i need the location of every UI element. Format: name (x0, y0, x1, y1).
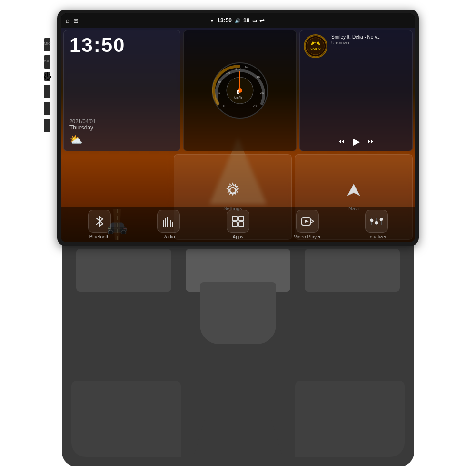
clock-hours: 13 (69, 34, 94, 56)
battery-icon: ▭ (252, 18, 257, 23)
device-wrapper: MIC RST ⏻ ⌂ ⊞ ▼ 13:50 🔊 18 ▭ ↩ (52, 10, 424, 466)
side-buttons: MIC RST ⏻ (44, 38, 50, 132)
screen: ⌂ ⊞ ▼ 13:50 🔊 18 ▭ ↩ (61, 13, 415, 242)
clock-weather: ⛅ (69, 134, 174, 146)
top-row: 13:50 2021/04/01 Thursday ⛅ (62, 29, 414, 153)
power-button[interactable]: ⏻ (44, 72, 50, 81)
clock-minutes: 50 (101, 34, 126, 56)
back-button[interactable] (44, 85, 50, 98)
apps-icon-box (227, 210, 249, 233)
screen-bezel: ⌂ ⊞ ▼ 13:50 🔊 18 ▭ ↩ (57, 10, 419, 246)
weather-icon: ⛅ (69, 134, 82, 146)
svg-text:220: 220 (260, 91, 265, 94)
svg-text:180: 180 (257, 75, 261, 78)
bluetooth-label: Bluetooth (89, 234, 109, 239)
speedometer-container: 0 140 280 km/h 0 60 100 (209, 60, 271, 121)
menu-icon[interactable]: ⊞ (73, 17, 79, 24)
svg-text:100: 100 (226, 71, 230, 74)
mount-bottom-center (190, 419, 286, 466)
svg-text:0: 0 (237, 89, 240, 96)
mount-center-piece (200, 282, 276, 344)
music-artist: Unknown (331, 40, 408, 45)
svg-point-16 (307, 38, 324, 55)
mount-bottom-right (295, 381, 405, 457)
mount-bottom-left (71, 381, 181, 457)
vol-up-button[interactable] (44, 119, 50, 132)
svg-rect-33 (167, 217, 168, 227)
video-label: Video Player (294, 234, 321, 239)
status-left: ⌂ ⊞ (66, 17, 79, 24)
svg-point-47 (375, 221, 378, 224)
radio-label: Radio (162, 234, 175, 239)
clock-date: 2021/04/01 (69, 119, 174, 124)
speedometer-widget: 0 140 280 km/h 0 60 100 (183, 30, 297, 151)
svg-marker-42 (310, 219, 314, 223)
svg-text:280: 280 (253, 104, 258, 108)
apps-label: Apps (233, 234, 244, 239)
volume-icon: 🔊 (235, 18, 240, 23)
status-bar: ⌂ ⊞ ▼ 13:50 🔊 18 ▭ ↩ (61, 13, 415, 28)
clock-widget[interactable]: 13:50 2021/04/01 Thursday ⛅ (63, 30, 180, 151)
svg-rect-32 (165, 218, 166, 227)
music-title: Smiley ft. Delia - Ne v... (331, 34, 408, 40)
next-button[interactable]: ⏭ (367, 137, 375, 146)
video-button[interactable]: Video Player (291, 210, 324, 239)
status-time: 13:50 (217, 17, 232, 24)
status-center: ▼ 13:50 🔊 18 ▭ ↩ (209, 17, 265, 24)
svg-text:CARFU: CARFU (311, 47, 321, 50)
radio-button[interactable]: Radio (152, 210, 185, 239)
bluetooth-icon-box (88, 210, 111, 233)
svg-text:0: 0 (223, 104, 225, 108)
bluetooth-button[interactable]: Bluetooth (83, 210, 116, 239)
radio-icon-box (157, 210, 180, 233)
prev-button[interactable]: ⏮ (337, 137, 345, 146)
bottom-app-bar: Bluetooth (61, 207, 415, 242)
music-widget[interactable]: CARFU Smiley ft. Delia - Ne v... Unknown… (299, 30, 413, 151)
speedometer-svg: 0 140 280 km/h 0 60 100 (209, 60, 271, 121)
music-controls: ⏮ ▶ ⏭ (304, 136, 408, 147)
svg-marker-30 (347, 184, 360, 196)
mic-label: MIC (44, 38, 50, 51)
video-icon-box (296, 210, 319, 233)
play-button[interactable]: ▶ (353, 136, 360, 147)
clock-day: Thursday (69, 124, 174, 131)
svg-rect-35 (170, 220, 171, 227)
mount-right-slot (305, 249, 400, 292)
volume-level: 18 (243, 17, 249, 24)
svg-point-45 (370, 219, 373, 222)
svg-rect-34 (169, 218, 169, 227)
svg-text:60: 60 (218, 91, 220, 94)
svg-rect-31 (163, 220, 164, 227)
svg-rect-37 (232, 216, 237, 221)
svg-marker-43 (305, 220, 309, 223)
svg-text:km/h: km/h (234, 95, 242, 99)
vol-down-button[interactable] (44, 102, 50, 115)
album-art: CARFU (304, 34, 327, 58)
navi-icon (346, 182, 362, 202)
settings-icon (225, 182, 241, 202)
main-screen: 13:50 2021/04/01 Thursday ⛅ (61, 28, 415, 242)
rst-button[interactable]: RST (44, 55, 50, 69)
equalizer-button[interactable]: Equalizer (360, 210, 393, 239)
clock-time: 13:50 (69, 35, 174, 55)
dashboard-mount (62, 244, 414, 466)
wifi-icon: ▼ (209, 18, 214, 23)
svg-point-29 (230, 188, 236, 193)
equalizer-label: Equalizer (367, 234, 387, 239)
svg-rect-40 (239, 222, 244, 227)
back-icon[interactable]: ↩ (259, 17, 265, 24)
home-icon[interactable]: ⌂ (66, 17, 69, 24)
svg-rect-39 (232, 222, 237, 227)
svg-text:140: 140 (235, 67, 241, 70)
apps-button[interactable]: Apps (221, 210, 255, 239)
svg-rect-36 (172, 222, 173, 227)
svg-text:80: 80 (218, 81, 221, 84)
mount-left-slot (76, 249, 171, 292)
music-info: Smiley ft. Delia - Ne v... Unknown (331, 34, 408, 45)
clock-colon: : (94, 34, 101, 56)
svg-text:140: 140 (245, 66, 249, 69)
music-top: CARFU Smiley ft. Delia - Ne v... Unknown (304, 34, 408, 58)
equalizer-icon-box (365, 210, 388, 233)
svg-rect-38 (239, 216, 244, 221)
svg-point-49 (380, 218, 383, 221)
